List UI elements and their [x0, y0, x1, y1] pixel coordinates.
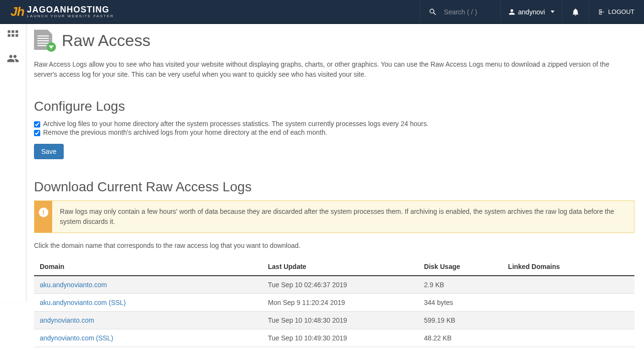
- search-area[interactable]: [419, 0, 500, 23]
- page-header: Raw Access: [34, 30, 634, 51]
- cell-disk-usage: 599.19 KB: [418, 312, 503, 329]
- col-domain[interactable]: Domain: [34, 258, 262, 276]
- cell-linked-domains: [502, 312, 634, 329]
- col-last-update[interactable]: Last Update: [262, 258, 418, 276]
- cell-linked-domains: [502, 276, 634, 294]
- table-row: andynovianto.com (SSL)Tue Sep 10 10:49:3…: [34, 329, 634, 347]
- svg-rect-1: [11, 30, 14, 33]
- sidebar-users-button[interactable]: [5, 52, 21, 65]
- chevron-down-icon: [551, 11, 554, 13]
- configure-heading: Configure Logs: [34, 99, 634, 114]
- notifications-button[interactable]: [562, 0, 588, 23]
- brand-logo[interactable]: Jh JAGOANHOSTING LAUNCH YOUR WEBSITE FAS…: [0, 0, 123, 23]
- user-menu[interactable]: andynovi: [500, 0, 562, 23]
- download-hint: Click the domain name that corresponds t…: [34, 242, 634, 249]
- username: andynovi: [518, 8, 545, 16]
- svg-rect-5: [15, 34, 18, 36]
- col-linked-domains[interactable]: Linked Domains: [502, 258, 634, 276]
- warning-icon: !: [39, 208, 48, 217]
- users-icon: [6, 52, 20, 65]
- download-heading: Download Current Raw Access Logs: [34, 179, 634, 195]
- archive-checkbox[interactable]: [34, 121, 40, 128]
- domain-link[interactable]: aku.andynovianto.com (SSL): [40, 299, 126, 306]
- sidebar: [0, 24, 26, 302]
- brand-tagline: LAUNCH YOUR WEBSITE FASTER: [27, 14, 114, 18]
- brand-name: JAGOANHOSTING: [27, 5, 114, 14]
- svg-rect-2: [15, 30, 18, 33]
- cell-last-update: Tue Sep 10 02:46:37 2019: [262, 276, 418, 294]
- main-content: Raw Access Raw Access Logs allow you to …: [26, 24, 644, 350]
- svg-rect-0: [8, 30, 10, 33]
- cell-disk-usage: 48.22 KB: [418, 329, 503, 347]
- remove-label: Remove the previous month's archived log…: [43, 128, 327, 136]
- table-row: andynovianto.comTue Sep 10 10:48:30 2019…: [34, 312, 634, 329]
- logout-button[interactable]: LOGOUT: [588, 0, 644, 23]
- bell-icon: [571, 8, 580, 16]
- search-icon: [429, 8, 437, 16]
- cell-last-update: Tue Sep 10 10:49:30 2019: [262, 329, 418, 347]
- cell-last-update: Mon Sep 9 11:20:24 2019: [262, 294, 418, 312]
- raw-access-icon: [34, 30, 55, 51]
- archive-label: Archive log files to your home directory…: [43, 120, 429, 128]
- svg-rect-4: [11, 34, 14, 36]
- cell-linked-domains: [502, 329, 634, 347]
- svg-rect-3: [8, 34, 10, 36]
- sidebar-apps-button[interactable]: [5, 29, 21, 42]
- cell-disk-usage: 344 bytes: [418, 294, 503, 312]
- logout-icon: [599, 9, 605, 15]
- page-title: Raw Access: [62, 31, 150, 50]
- warning-alert: ! Raw logs may only contain a few hours'…: [34, 200, 634, 233]
- logout-label: LOGOUT: [608, 8, 634, 15]
- table-row: aku.andynovianto.com (SSL)Mon Sep 9 11:2…: [34, 294, 634, 312]
- domain-link[interactable]: andynovianto.com: [40, 316, 94, 324]
- domain-link[interactable]: andynovianto.com (SSL): [40, 334, 113, 342]
- col-disk-usage[interactable]: Disk Usage: [418, 258, 503, 276]
- intro-text: Raw Access Logs allow you to see who has…: [34, 59, 634, 80]
- domains-table: Domain Last Update Disk Usage Linked Dom…: [34, 258, 634, 347]
- grid-icon: [6, 29, 20, 42]
- remove-checkbox[interactable]: [34, 130, 40, 136]
- table-row: aku.andynovianto.comTue Sep 10 02:46:37 …: [34, 276, 634, 294]
- domain-link[interactable]: aku.andynovianto.com: [40, 281, 107, 289]
- warning-text: Raw logs may only contain a few hours' w…: [52, 201, 634, 233]
- search-input[interactable]: [444, 8, 492, 16]
- user-icon: [508, 9, 515, 15]
- cell-last-update: Tue Sep 10 10:48:30 2019: [262, 312, 418, 329]
- logo-mark: Jh: [11, 4, 24, 19]
- save-button[interactable]: Save: [34, 144, 64, 159]
- cell-linked-domains: [502, 294, 634, 312]
- cell-disk-usage: 2.9 KB: [418, 276, 503, 294]
- topbar: Jh JAGOANHOSTING LAUNCH YOUR WEBSITE FAS…: [0, 0, 644, 24]
